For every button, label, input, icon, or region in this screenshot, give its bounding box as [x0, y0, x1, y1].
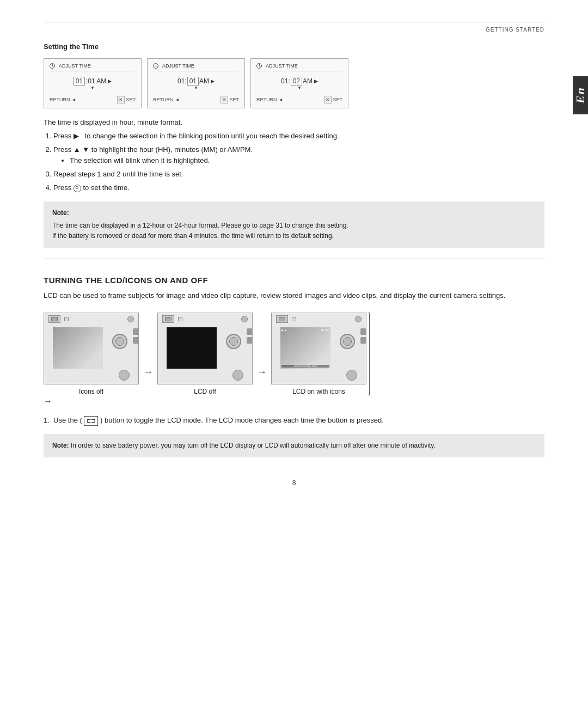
time-note-box: Note: The time can be displayed in a 12-… — [44, 201, 544, 248]
lcd-intro: LCD can be used to frame subjects for im… — [44, 290, 544, 302]
screen2-bottom: RETURN ◄ ✕ SET — [153, 96, 239, 103]
screen1-set-icon: ✕ — [117, 96, 125, 103]
lcd-note-bold: Note: — [52, 442, 69, 449]
screen2-title-row: ADJUST TIME — [153, 63, 239, 71]
screen3-title-row: ADJUST TIME — [256, 63, 342, 71]
time-screens-row: ADJUST TIME 01 : 01 AM ▶ ▼ RETURN ◄ ✕ SE… — [44, 58, 544, 108]
header-section-label: GETTING STARTED — [486, 27, 544, 33]
time-note-title: Note: — [52, 208, 536, 218]
screen2-min: 01 — [187, 77, 199, 85]
lcd-button-icon: ⊏⊐ — [84, 416, 98, 426]
lcd-diagrams-row: Icons off → — [44, 313, 544, 406]
screen2-title: ADJUST TIME — [162, 63, 194, 69]
screen3-min: 02 — [291, 77, 302, 85]
time-step-1: Press ▶ to change the selection in the b… — [53, 131, 544, 142]
arrow-icons-off: → — [44, 396, 52, 406]
lcd-diagram-lcd-off: LCD off — [157, 313, 253, 395]
time-step-2: Press ▲ ▼ to highlight the hour (HH), mi… — [53, 144, 544, 167]
side-tab-label: En — [573, 87, 587, 104]
screen3-bottom: RETURN ◄ ✕ SET — [256, 96, 342, 103]
time-note-text: The time can be displayed in a 12-hour o… — [52, 221, 536, 241]
lcd-icons-on-label: LCD on with icons — [292, 388, 345, 395]
time-instructions: The time is displayed in hour, minute fo… — [44, 117, 544, 194]
screen1-bottom: RETURN ◄ ✕ SET — [50, 96, 136, 103]
arrow-1: → — [143, 366, 153, 378]
section-divider — [44, 259, 544, 259]
lcd-diagram-icons-off: Icons off — [44, 313, 139, 395]
screen3-down-arrow: ▼ — [256, 85, 342, 90]
time-step-3: Repeat steps 1 and 2 until the time is s… — [53, 169, 544, 180]
screen1-time: 01 : 01 AM ▶ — [50, 77, 136, 85]
page-number: 8 — [44, 479, 544, 487]
side-tab: En — [573, 76, 588, 114]
time-step-2-sub-1: The selection will blink when it is high… — [70, 155, 544, 167]
time-intro: The time is displayed in hour, minute fo… — [44, 117, 544, 129]
lcd-usage-note: 1. Use the ( ⊏⊐ ) button to toggle the L… — [44, 415, 544, 426]
setting-time-section: Setting the Time ADJUST TIME 01 : 01 AM … — [44, 42, 544, 248]
lcd-section-title: TURNING THE LCD/ICONS ON AND OFF — [44, 276, 544, 285]
screen1-title-row: ADJUST TIME — [50, 63, 136, 71]
time-screen-1: ADJUST TIME 01 : 01 AM ▶ ▼ RETURN ◄ ✕ SE… — [44, 58, 142, 108]
time-screen-3: ADJUST TIME 01: 02 AM ▶ ▼ RETURN ◄ ✕ SET — [250, 58, 348, 108]
lcd-off-label: LCD off — [194, 388, 216, 395]
screen2-set-icon: ✕ — [220, 96, 228, 103]
time-step-4: Press ⊙ to set the time. — [53, 182, 544, 194]
screen2-time: 01: 01 AM ▶ — [153, 77, 239, 85]
time-screen-2: ADJUST TIME 01: 01 AM ▶ ▼ RETURN ◄ ✕ SET — [147, 58, 245, 108]
lcd-note-text: In order to save battery power, you may … — [71, 442, 436, 449]
icons-off-label: Icons off — [79, 388, 103, 395]
lcd-note-box: Note: In order to save battery power, yo… — [44, 434, 544, 457]
screen1-title: ADJUST TIME — [59, 63, 91, 69]
screen3-set-icon: ✕ — [324, 96, 332, 103]
set-button-icon: ⊙ — [74, 185, 81, 192]
arrow-2: → — [257, 366, 267, 378]
screen3-title: ADJUST TIME — [266, 63, 298, 69]
screen2-down-arrow: ▼ — [153, 85, 239, 90]
page-container: En GETTING STARTED Setting the Time ADJU… — [0, 0, 588, 727]
time-steps-list: Press ▶ to change the selection in the b… — [53, 131, 544, 194]
page-header: GETTING STARTED — [44, 22, 544, 33]
time-step-2-sub: The selection will blink when it is high… — [70, 155, 544, 167]
screen1-down-arrow: ▼ — [50, 85, 136, 90]
lcd-section: TURNING THE LCD/ICONS ON AND OFF LCD can… — [44, 259, 544, 457]
setting-time-title: Setting the Time — [44, 42, 544, 51]
screen1-hour: 01 — [74, 77, 85, 85]
lcd-diagram-lcd-icons-on: ▶ ■▣ 598 SOURCE/SCENE INFO LCD on w — [271, 313, 366, 395]
screen3-time: 01: 02 AM ▶ — [256, 77, 342, 85]
